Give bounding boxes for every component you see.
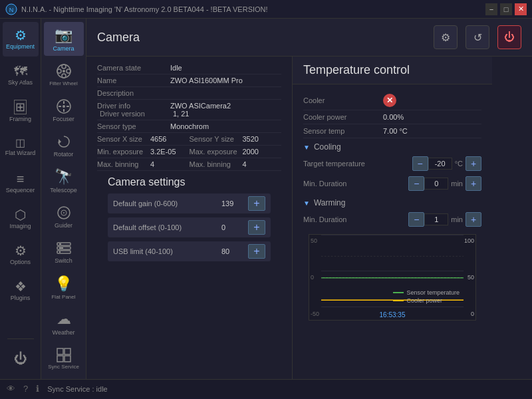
svg-rect-27 [65, 356, 70, 362]
sidebar-item-imaging[interactable]: ⬡ Imaging [3, 201, 39, 236]
close-button[interactable]: ✕ [515, 3, 527, 15]
power-icon: ⏻ [14, 352, 27, 365]
min-exposure-label: Min. exposure [97, 148, 150, 156]
sidebar-label-imaging: Imaging [9, 223, 31, 229]
nav-item-camera[interactable]: 📷 Camera [44, 22, 84, 56]
max-binning-col: Max. binning 4 [97, 160, 190, 168]
chart-time-label: 16:53:35 [380, 311, 406, 319]
warming-min-duration-label: Min. Duration [303, 215, 408, 223]
camera-settings-button[interactable]: ⚙ [434, 25, 458, 49]
warming-duration-increase-button[interactable]: + [466, 212, 481, 227]
nav-item-weather[interactable]: ☁ Weather [44, 306, 84, 340]
camera-refresh-button[interactable]: ↺ [466, 25, 489, 49]
sidebar-item-power[interactable]: ⏻ [3, 341, 39, 376]
sidebar-label-plugins: Plugins [11, 295, 31, 301]
minimize-button[interactable]: − [485, 3, 497, 15]
legend-cooler-power: Cooler power [393, 297, 460, 304]
temperature-panel: Temperature control Cooler ✕ Cooler powe… [293, 57, 492, 379]
sidebar-item-plugins[interactable]: ❖ Plugins [3, 273, 39, 308]
cooling-section-header: ▼ Cooling [303, 138, 481, 154]
cooling-duration-unit: min [451, 180, 463, 188]
camera-desc-label: Description [97, 89, 170, 97]
filter-wheel-icon [56, 63, 72, 79]
camera-title: Camera [97, 31, 426, 45]
default-offset-add-button[interactable]: + [248, 220, 265, 235]
nav-panel: 📷 Camera Filter Wheel Foc [41, 19, 86, 379]
nav-item-guider[interactable]: Guider [44, 200, 84, 233]
exposure-row: Min. exposure 3.2E-05 Max. exposure 2000 [97, 146, 281, 158]
target-temp-label: Target temperature [303, 160, 412, 168]
nav-item-switch[interactable]: Switch [44, 235, 84, 269]
sidebar-item-sequencer[interactable]: ≡ Sequencer [3, 166, 39, 200]
legend-sensor-temp-color [393, 292, 404, 293]
chart-legend: Sensor temperature Cooler power [393, 289, 460, 304]
sensor-temp-value: 7.00 °C [383, 127, 408, 135]
warming-section-header: ▼ Warming [303, 194, 481, 210]
warming-duration-value: 1 [424, 213, 448, 225]
imaging-icon: ⬡ [15, 208, 26, 221]
cooling-duration-decrease-button[interactable]: − [408, 176, 424, 191]
target-temp-increase-button[interactable]: + [466, 156, 481, 171]
eye-icon[interactable]: 👁 [7, 384, 15, 394]
nav-label-telescope: Telescope [50, 187, 77, 194]
camera-settings-section: Camera settings Default gain (0-600) 139… [97, 171, 281, 261]
default-offset-value: 0 [221, 223, 248, 231]
sidebar-item-equipment[interactable]: ⚙ Equipment [3, 22, 39, 57]
default-offset-row: Default offset (0-100) 0 + [108, 217, 271, 237]
nav-item-focuser[interactable]: Focuser [44, 93, 84, 127]
nav-label-switch: Switch [55, 257, 72, 264]
usb-limit-value: 80 [221, 247, 248, 255]
sidebar-item-framing[interactable]: ⊞ Framing [3, 94, 39, 128]
nav-item-filter-wheel[interactable]: Filter Wheel [44, 57, 84, 91]
warming-duration-decrease-button[interactable]: − [408, 212, 424, 227]
camera-driver-row: Driver info ZWO ASICamera2 Driver versio… [97, 100, 281, 120]
legend-sensor-temp: Sensor temperature [393, 289, 460, 296]
sensor-type-row: Sensor type Monochrom [97, 120, 281, 133]
target-temp-decrease-button[interactable]: − [412, 156, 428, 171]
focuser-icon [56, 98, 72, 114]
titlebar-title: N.I.N.A. - Nighttime Imaging 'N' Astrono… [21, 5, 268, 13]
legend-cooler-power-color [393, 300, 404, 301]
nav-item-sync-service[interactable]: Sync Service [44, 342, 84, 376]
camera-state-value: Idle [170, 64, 182, 72]
flat-panel-icon: 💡 [55, 275, 72, 293]
svg-rect-25 [65, 348, 70, 354]
svg-marker-14 [59, 139, 61, 144]
max-exposure-label: Max. exposure [190, 148, 243, 156]
chart-y-left-axis: 50 0 -50 [311, 235, 319, 320]
sidebar-label-sequencer: Sequencer [6, 187, 35, 194]
sensor-y-label: Sensor Y size [190, 135, 243, 143]
cooler-power-value: 0.00% [383, 113, 404, 121]
camera-driver-version-value: 1, 21 [173, 110, 189, 118]
maximize-button[interactable]: □ [500, 3, 512, 15]
binning-row: Max. binning 4 Max. binning 4 [97, 158, 281, 171]
nav-label-flat-panel: Flat Panel [51, 294, 75, 300]
camera-name-label: Name [97, 76, 170, 84]
warming-duration-unit: min [451, 215, 463, 223]
sidebar-item-options[interactable]: ⚙ Options [3, 237, 39, 272]
sidebar-item-sky-atlas[interactable]: 🗺 Sky Atlas [3, 58, 39, 92]
cooling-duration-increase-button[interactable]: + [466, 176, 481, 191]
camera-name-row: Name ZWO ASI1600MM Pro [97, 74, 281, 87]
nav-item-flat-panel[interactable]: 💡 Flat Panel [44, 271, 84, 305]
nav-label-weather: Weather [53, 329, 75, 336]
info-icon[interactable]: ℹ [36, 384, 39, 394]
sensor-y-col: Sensor Y size 3520 [190, 135, 282, 143]
flat-wizard-icon: ◫ [15, 138, 25, 148]
usb-limit-add-button[interactable]: + [248, 244, 265, 259]
svg-rect-26 [57, 356, 63, 362]
nav-item-telescope[interactable]: 🔭 Telescope [44, 164, 84, 198]
sensor-type-label: Sensor type [97, 122, 170, 130]
svg-point-5 [57, 69, 61, 73]
camera-header: Camera ⚙ ↺ ⏻ [86, 19, 532, 57]
nav-item-rotator[interactable]: Rotator [44, 128, 84, 162]
sidebar-item-flat-wizard[interactable]: ◫ Flat Wizard [3, 130, 39, 164]
sensor-temp-row: Sensor temp 7.00 °C [303, 124, 481, 138]
svg-text:N: N [9, 7, 14, 13]
max-exposure-value: 2000 [243, 148, 259, 156]
cooler-status-indicator[interactable]: ✕ [383, 94, 396, 107]
default-gain-add-button[interactable]: + [248, 196, 265, 211]
max-binning2-col: Max. binning 4 [190, 160, 282, 168]
camera-power-button[interactable]: ⏻ [497, 25, 521, 49]
help-icon[interactable]: ? [23, 384, 28, 394]
